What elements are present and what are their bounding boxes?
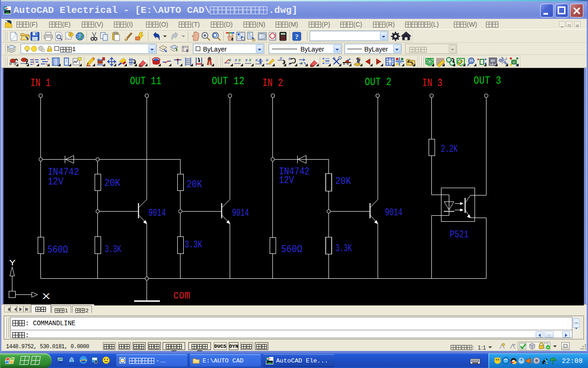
svg-text:IN 3: IN 3 bbox=[422, 77, 442, 89]
svg-text:3.3K: 3.3K bbox=[185, 239, 203, 251]
svg-text:9014: 9014 bbox=[148, 207, 166, 219]
svg-text:12V: 12V bbox=[279, 175, 294, 186]
svg-text:9014: 9014 bbox=[232, 207, 249, 219]
svg-text:2.2K: 2.2K bbox=[441, 144, 458, 155]
svg-text:20K: 20K bbox=[104, 178, 121, 189]
svg-text:560Ω: 560Ω bbox=[281, 244, 302, 255]
svg-text:X: X bbox=[42, 292, 51, 302]
svg-text:9014: 9014 bbox=[385, 207, 402, 218]
svg-text:20K: 20K bbox=[335, 176, 351, 187]
svg-text:OUT 12: OUT 12 bbox=[212, 75, 244, 87]
svg-text:Y: Y bbox=[9, 258, 16, 268]
svg-text:OUT 3: OUT 3 bbox=[474, 75, 501, 87]
svg-text:IN 1: IN 1 bbox=[30, 77, 51, 89]
svg-text:OUT 11: OUT 11 bbox=[130, 75, 161, 87]
svg-text:3.3K: 3.3K bbox=[335, 243, 352, 254]
svg-text:com: com bbox=[173, 288, 190, 302]
svg-text:560Ω: 560Ω bbox=[47, 244, 68, 256]
svg-text:OUT 2: OUT 2 bbox=[365, 76, 391, 88]
svg-text:3.3K: 3.3K bbox=[105, 244, 122, 255]
svg-text:12V: 12V bbox=[48, 176, 64, 188]
svg-text:20K: 20K bbox=[187, 179, 203, 190]
svg-text:IN 2: IN 2 bbox=[262, 77, 283, 89]
svg-text:P521: P521 bbox=[450, 229, 469, 241]
